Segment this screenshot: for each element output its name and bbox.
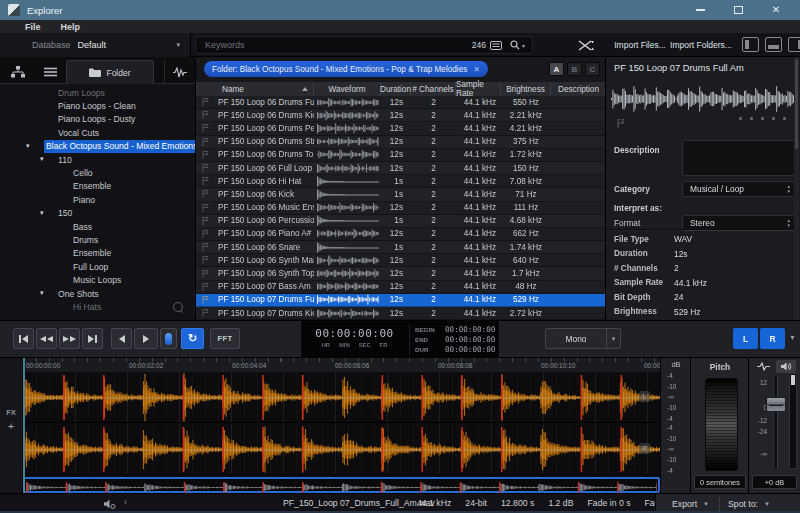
import-files-button[interactable]: Import Files... <box>612 35 668 55</box>
close-icon[interactable]: ✕ <box>473 65 480 74</box>
fx-strip[interactable]: FX + <box>0 358 23 494</box>
add-fx-button[interactable]: + <box>0 420 22 432</box>
search-filter-icon[interactable] <box>173 302 183 312</box>
menu-help[interactable]: Help <box>52 22 90 32</box>
rewind-button[interactable] <box>36 328 57 349</box>
expander-icon[interactable]: ▾ <box>40 289 44 297</box>
column-header[interactable]: Sample Rate <box>456 82 501 96</box>
waveform-lane-left[interactable]: L <box>23 372 660 423</box>
table-row[interactable]: PF 150 Loop 06 Synth Top A# 12s 2 44.1 k… <box>196 267 605 280</box>
column-header[interactable]: # Channels <box>411 82 456 96</box>
table-row[interactable]: PF 150 Loop 06 Synth Main A# 12s 2 44.1 … <box>196 254 605 267</box>
details-scrollbar[interactable] <box>794 57 799 320</box>
tree-item[interactable]: ▾ Vocal Cuts <box>0 126 195 139</box>
expander-icon[interactable]: ▾ <box>26 142 30 150</box>
import-folders-button[interactable]: Import Folders... <box>670 35 732 55</box>
tab-folder-view[interactable]: Folder <box>66 60 154 84</box>
jump-end-button[interactable] <box>82 328 103 349</box>
table-row[interactable]: PF 150 Loop 06 Drums Percussi 12s 2 44.1… <box>196 122 605 135</box>
play-reverse-button[interactable] <box>111 328 132 349</box>
waveform-lane-right[interactable]: R <box>23 424 660 475</box>
column-header[interactable]: Duration <box>381 82 411 96</box>
table-row[interactable]: PF 150 Loop 06 Hi Hat 1s 2 44.1 kHz 7.08… <box>196 175 605 188</box>
layout-right-icon[interactable] <box>788 37 800 52</box>
table-row[interactable]: PF 150 Loop 06 Piano A# 12s 2 44.1 kHz 6… <box>196 228 605 241</box>
play-button[interactable] <box>134 328 158 349</box>
table-row[interactable]: PF 150 Loop 06 Drums Stripped 12s 2 44.1… <box>196 136 605 149</box>
table-row[interactable]: PF 150 Loop 07 Drums Full Am 12s 2 44.1 … <box>196 294 605 307</box>
column-header[interactable]: Description <box>551 82 605 96</box>
filter-chip[interactable]: Folder: Black Octopus Sound - Mixed Emot… <box>204 61 488 77</box>
table-row[interactable]: PF 150 Loop 07 Bass Am 12s 2 44.1 kHz 48… <box>196 281 605 294</box>
tree-item[interactable]: ▾ Piano Loops - Dusty <box>0 113 195 126</box>
preset-a-button[interactable]: A <box>549 62 564 76</box>
tab-tree-view[interactable] <box>4 60 32 84</box>
column-header[interactable]: Waveform <box>314 82 381 96</box>
spot-to-button[interactable]: Spot to: ▼ <box>728 499 770 509</box>
export-button[interactable]: Export ▼ <box>672 499 709 509</box>
jump-start-button[interactable] <box>13 328 34 349</box>
overview-scrollbar[interactable] <box>23 477 660 493</box>
tree-item[interactable]: ▾ One Shots <box>0 287 195 300</box>
fast-forward-button[interactable] <box>59 328 80 349</box>
search-options-button[interactable]: ▾ <box>510 40 525 50</box>
table-row[interactable]: PF 150 Loop 06 Drums Kick Fre 12s 2 44.1… <box>196 109 605 122</box>
tree-item[interactable]: ▾ Bass <box>0 220 195 233</box>
tree-item[interactable]: ▾ Hi Hats <box>0 300 195 313</box>
table-row[interactable]: PF 150 Loop 06 Full Loop A# 12s 2 44.1 k… <box>196 162 605 175</box>
tree-item[interactable]: ▾ Music Loops <box>0 273 195 286</box>
close-button[interactable]: ✕ <box>768 4 784 16</box>
channel-left-button[interactable]: L <box>733 328 758 349</box>
preset-b-button[interactable]: B <box>567 62 582 76</box>
shuffle-button[interactable] <box>568 35 604 55</box>
autoplay-speaker-icon[interactable] <box>104 499 116 509</box>
record-button[interactable] <box>160 328 177 349</box>
description-textarea[interactable] <box>682 140 795 176</box>
tree-item[interactable]: ▾ Piano <box>0 193 195 206</box>
category-select[interactable]: Musical / Loop ▴▾ <box>682 181 795 197</box>
tree-item[interactable]: ▾ 110 <box>0 153 195 166</box>
maximize-button[interactable] <box>730 4 746 16</box>
table-row[interactable]: PF 150 Loop 06 Snare 1s 2 44.1 kHz 1.74 … <box>196 241 605 254</box>
tree-item[interactable]: ▾ Cello <box>0 166 195 179</box>
table-row[interactable]: PF 150 Loop 06 Drums Top Loo 12s 2 44.1 … <box>196 149 605 162</box>
tree-item[interactable]: ▾ Piano Loops - Clean <box>0 99 195 112</box>
database-select[interactable]: Database Default ▾ <box>0 33 191 57</box>
menu-file[interactable]: File <box>16 22 50 32</box>
tab-volume[interactable] <box>776 360 796 373</box>
tab-list-view[interactable] <box>36 60 64 84</box>
column-header[interactable]: Name <box>214 82 314 96</box>
tree-item[interactable]: ▾ Ensemble <box>0 247 195 260</box>
table-row[interactable]: PF 150 Loop 06 Music Ensembl 12s 2 44.1 … <box>196 202 605 215</box>
flag-icon[interactable] <box>617 119 625 128</box>
pitch-wheel[interactable] <box>705 378 738 471</box>
layout-left-icon[interactable] <box>742 37 759 52</box>
expander-icon[interactable]: ▾ <box>40 155 44 163</box>
tree-item[interactable]: ▾ Drum Loops <box>0 86 195 99</box>
tree-item[interactable]: ▾ Black Octopus Sound - Mixed Emotions -… <box>0 140 195 153</box>
tree-item[interactable]: ▾ Drums <box>0 233 195 246</box>
channel-mode-select[interactable]: Mono ▼ <box>545 328 621 349</box>
tab-waveform-view[interactable] <box>164 60 195 84</box>
collapse-arrow[interactable]: ‹ <box>124 497 127 507</box>
table-row[interactable]: PF 150 Loop 06 Percussion 1s 2 44.1 kHz … <box>196 215 605 228</box>
tree-item[interactable]: ▾ Ensemble <box>0 180 195 193</box>
channel-right-button[interactable]: R <box>760 328 785 349</box>
column-header-flag[interactable] <box>196 82 214 96</box>
tree-item[interactable]: ▾ 150 <box>0 207 195 220</box>
table-row[interactable]: PF 150 Loop 06 Kick 1s 2 44.1 kHz 71 Hz <box>196 188 605 201</box>
loop-button[interactable]: ↻ <box>181 328 204 349</box>
layout-bottom-icon[interactable] <box>765 37 782 52</box>
tree-item[interactable]: ▾ Full Loop <box>0 260 195 273</box>
keywords-input[interactable] <box>203 39 472 51</box>
expander-icon[interactable]: ▾ <box>40 209 44 217</box>
volume-slider-handle[interactable] <box>766 397 786 412</box>
table-row[interactable]: PF 150 Loop 07 Drums Kick Fre 12s 2 44.1… <box>196 307 605 320</box>
minimize-button[interactable] <box>692 4 708 16</box>
preset-c-button[interactable]: C <box>585 62 600 76</box>
chevron-down-icon[interactable]: ▼ <box>789 334 796 341</box>
fft-button[interactable]: FFT <box>210 328 240 349</box>
column-header[interactable]: Brightness <box>501 82 551 96</box>
rating-dots[interactable] <box>739 117 786 120</box>
table-row[interactable]: PF 150 Loop 06 Drums Full A# 12s 2 44.1 … <box>196 96 605 109</box>
